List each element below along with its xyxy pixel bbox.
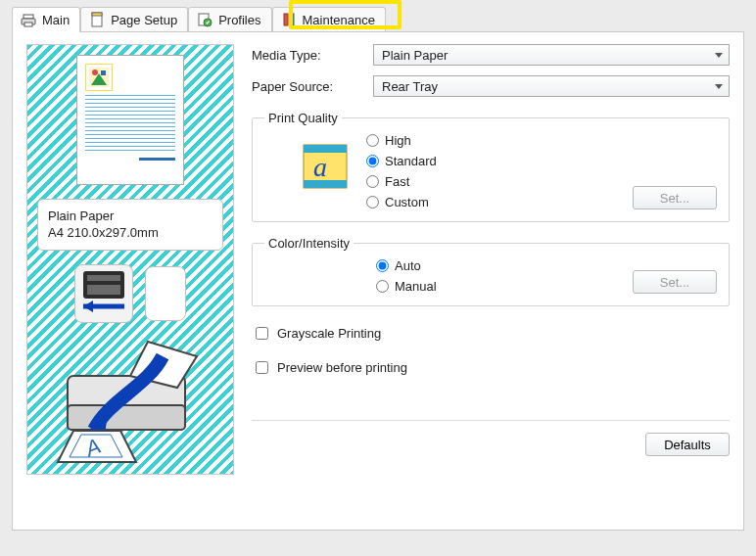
- print-quality-group: Print Quality a: [252, 111, 730, 222]
- preview-label: Preview before printing: [277, 360, 407, 375]
- svg-rect-4: [92, 13, 102, 16]
- svg-rect-18: [68, 405, 185, 430]
- svg-rect-8: [290, 14, 294, 25]
- paper-source-select[interactable]: Rear Tray: [373, 75, 730, 97]
- quality-fast-option[interactable]: Fast: [366, 174, 464, 189]
- preview-area: Plain Paper A4 210.0x297.0mm: [26, 44, 234, 475]
- tab-main[interactable]: Main: [12, 7, 80, 32]
- paper-info-card: Plain Paper A4 210.0x297.0mm: [37, 199, 223, 251]
- tab-strip: Main Page Setup Profiles: [12, 6, 744, 31]
- color-auto-radio[interactable]: [376, 259, 389, 272]
- svg-rect-14: [87, 275, 120, 281]
- svg-point-11: [92, 70, 98, 75]
- preview-thumb-icon: [85, 64, 113, 91]
- preview-check-row[interactable]: Preview before printing: [252, 358, 730, 377]
- grayscale-checkbox[interactable]: [256, 327, 268, 340]
- paper-orientation-icon[interactable]: [145, 266, 186, 321]
- media-type-value: Plain Paper: [382, 48, 448, 63]
- tab-main-label: Main: [42, 13, 70, 27]
- tab-maintenance[interactable]: Maintenance: [272, 7, 386, 31]
- grayscale-label: Grayscale Printing: [277, 326, 381, 341]
- color-auto-label: Auto: [395, 258, 421, 273]
- color-set-button: Set...: [633, 270, 717, 294]
- quality-custom-radio[interactable]: [366, 196, 379, 208]
- color-intensity-group: Color/Intensity Auto Manual: [252, 236, 730, 306]
- printer-settings-dialog: Main Page Setup Profiles: [0, 0, 756, 542]
- profiles-icon: [197, 12, 213, 27]
- svg-marker-16: [83, 301, 93, 312]
- grayscale-check-row[interactable]: Grayscale Printing: [252, 324, 730, 343]
- quality-set-button: Set...: [633, 186, 717, 209]
- quality-custom-option[interactable]: Custom: [366, 195, 464, 209]
- color-intensity-legend: Color/Intensity: [264, 236, 354, 251]
- quality-standard-radio[interactable]: [366, 155, 379, 167]
- page-setup-icon: [89, 12, 105, 27]
- defaults-button[interactable]: Defaults: [645, 433, 730, 456]
- preview-column: Plain Paper A4 210.0x297.0mm: [26, 44, 234, 475]
- tab-profiles[interactable]: Profiles: [188, 7, 271, 31]
- quality-fast-radio[interactable]: [366, 175, 379, 188]
- color-manual-label: Manual: [395, 279, 437, 294]
- svg-rect-15: [87, 285, 120, 295]
- quality-high-radio[interactable]: [366, 134, 379, 147]
- paper-info-line1: Plain Paper: [48, 208, 213, 225]
- quality-standard-label: Standard: [385, 154, 437, 168]
- svg-rect-2: [24, 23, 32, 26]
- tab-profiles-label: Profiles: [218, 13, 260, 27]
- svg-rect-7: [284, 14, 288, 25]
- quality-fast-label: Fast: [385, 174, 409, 189]
- preview-checkbox[interactable]: [256, 361, 268, 374]
- color-auto-option[interactable]: Auto: [376, 258, 474, 273]
- main-tab-panel: Plain Paper A4 210.0x297.0mm: [12, 31, 744, 531]
- quality-high-option[interactable]: High: [366, 133, 464, 148]
- printer-illustration: A: [50, 337, 212, 464]
- tab-maintenance-label: Maintenance: [303, 13, 375, 27]
- rear-tray-icon[interactable]: [74, 264, 133, 323]
- quality-high-label: High: [385, 133, 411, 148]
- printer-icon: [21, 13, 36, 28]
- svg-rect-12: [101, 70, 106, 75]
- quality-custom-label: Custom: [385, 195, 429, 209]
- media-type-label: Media Type:: [252, 48, 373, 63]
- tab-page-setup-label: Page Setup: [111, 13, 177, 27]
- svg-rect-0: [24, 15, 33, 19]
- tab-page-setup[interactable]: Page Setup: [80, 7, 188, 31]
- print-quality-legend: Print Quality: [264, 111, 342, 125]
- print-quality-icon: a: [302, 143, 349, 190]
- color-manual-radio[interactable]: [376, 280, 389, 293]
- paper-source-value: Rear Tray: [382, 79, 438, 94]
- svg-text:a: a: [313, 152, 327, 182]
- quality-standard-option[interactable]: Standard: [366, 154, 464, 168]
- divider: [252, 420, 730, 421]
- settings-column: Media Type: Plain Paper Paper Source: Re…: [252, 44, 730, 475]
- document-preview: [76, 55, 184, 185]
- maintenance-icon: [281, 12, 297, 27]
- color-manual-option[interactable]: Manual: [376, 279, 474, 294]
- paper-source-label: Paper Source:: [252, 79, 373, 94]
- media-type-select[interactable]: Plain Paper: [373, 44, 730, 66]
- paper-info-line2: A4 210.0x297.0mm: [48, 224, 213, 242]
